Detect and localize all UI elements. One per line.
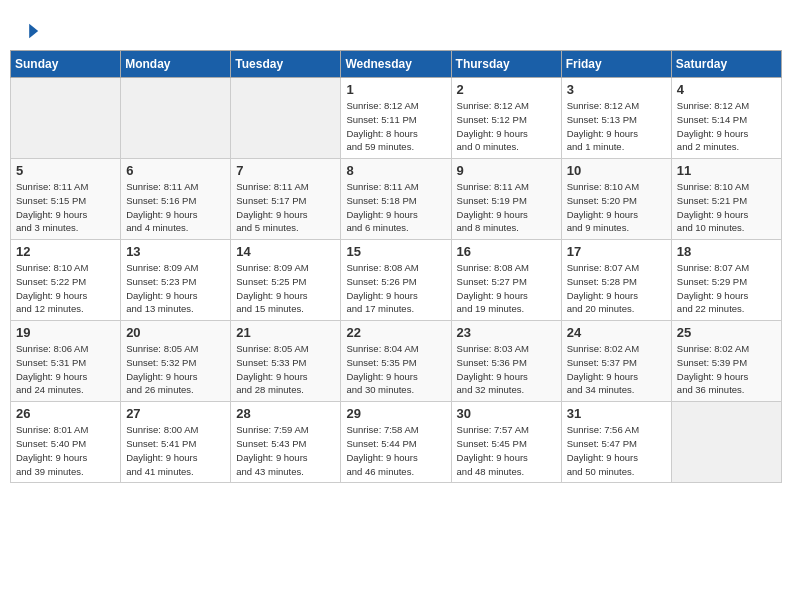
calendar-cell: 12Sunrise: 8:10 AMSunset: 5:22 PMDayligh… — [11, 240, 121, 321]
day-info: Sunrise: 8:09 AMSunset: 5:23 PMDaylight:… — [126, 261, 225, 316]
day-info: Sunrise: 8:11 AMSunset: 5:15 PMDaylight:… — [16, 180, 115, 235]
day-info: Sunrise: 8:01 AMSunset: 5:40 PMDaylight:… — [16, 423, 115, 478]
calendar-cell: 22Sunrise: 8:04 AMSunset: 5:35 PMDayligh… — [341, 321, 451, 402]
day-number: 24 — [567, 325, 666, 340]
day-number: 26 — [16, 406, 115, 421]
calendar-header-row: SundayMondayTuesdayWednesdayThursdayFrid… — [11, 51, 782, 78]
day-info: Sunrise: 7:59 AMSunset: 5:43 PMDaylight:… — [236, 423, 335, 478]
day-number: 17 — [567, 244, 666, 259]
calendar-cell: 16Sunrise: 8:08 AMSunset: 5:27 PMDayligh… — [451, 240, 561, 321]
day-info: Sunrise: 8:02 AMSunset: 5:37 PMDaylight:… — [567, 342, 666, 397]
calendar-cell — [121, 78, 231, 159]
day-info: Sunrise: 8:11 AMSunset: 5:17 PMDaylight:… — [236, 180, 335, 235]
calendar-week-row: 19Sunrise: 8:06 AMSunset: 5:31 PMDayligh… — [11, 321, 782, 402]
calendar-week-row: 1Sunrise: 8:12 AMSunset: 5:11 PMDaylight… — [11, 78, 782, 159]
day-info: Sunrise: 8:11 AMSunset: 5:16 PMDaylight:… — [126, 180, 225, 235]
day-info: Sunrise: 8:06 AMSunset: 5:31 PMDaylight:… — [16, 342, 115, 397]
calendar-cell: 7Sunrise: 8:11 AMSunset: 5:17 PMDaylight… — [231, 159, 341, 240]
calendar-cell: 5Sunrise: 8:11 AMSunset: 5:15 PMDaylight… — [11, 159, 121, 240]
day-number: 25 — [677, 325, 776, 340]
calendar-cell: 11Sunrise: 8:10 AMSunset: 5:21 PMDayligh… — [671, 159, 781, 240]
calendar-cell: 29Sunrise: 7:58 AMSunset: 5:44 PMDayligh… — [341, 402, 451, 483]
calendar-cell — [671, 402, 781, 483]
day-of-week-header: Saturday — [671, 51, 781, 78]
day-info: Sunrise: 8:10 AMSunset: 5:21 PMDaylight:… — [677, 180, 776, 235]
calendar-cell: 14Sunrise: 8:09 AMSunset: 5:25 PMDayligh… — [231, 240, 341, 321]
day-number: 21 — [236, 325, 335, 340]
day-of-week-header: Monday — [121, 51, 231, 78]
day-number: 14 — [236, 244, 335, 259]
day-number: 15 — [346, 244, 445, 259]
day-number: 6 — [126, 163, 225, 178]
page-header — [10, 10, 782, 45]
logo-icon — [22, 22, 40, 40]
calendar-cell: 18Sunrise: 8:07 AMSunset: 5:29 PMDayligh… — [671, 240, 781, 321]
day-number: 10 — [567, 163, 666, 178]
day-info: Sunrise: 7:56 AMSunset: 5:47 PMDaylight:… — [567, 423, 666, 478]
calendar-cell: 28Sunrise: 7:59 AMSunset: 5:43 PMDayligh… — [231, 402, 341, 483]
day-number: 20 — [126, 325, 225, 340]
day-number: 1 — [346, 82, 445, 97]
day-number: 11 — [677, 163, 776, 178]
day-number: 3 — [567, 82, 666, 97]
day-info: Sunrise: 8:08 AMSunset: 5:26 PMDaylight:… — [346, 261, 445, 316]
day-number: 27 — [126, 406, 225, 421]
day-number: 4 — [677, 82, 776, 97]
calendar-cell: 9Sunrise: 8:11 AMSunset: 5:19 PMDaylight… — [451, 159, 561, 240]
calendar-cell — [231, 78, 341, 159]
calendar-cell: 1Sunrise: 8:12 AMSunset: 5:11 PMDaylight… — [341, 78, 451, 159]
calendar-cell: 20Sunrise: 8:05 AMSunset: 5:32 PMDayligh… — [121, 321, 231, 402]
svg-marker-0 — [29, 24, 38, 38]
day-number: 5 — [16, 163, 115, 178]
calendar-cell: 24Sunrise: 8:02 AMSunset: 5:37 PMDayligh… — [561, 321, 671, 402]
calendar-cell — [11, 78, 121, 159]
day-number: 8 — [346, 163, 445, 178]
day-info: Sunrise: 8:12 AMSunset: 5:11 PMDaylight:… — [346, 99, 445, 154]
calendar-cell: 13Sunrise: 8:09 AMSunset: 5:23 PMDayligh… — [121, 240, 231, 321]
calendar-cell: 3Sunrise: 8:12 AMSunset: 5:13 PMDaylight… — [561, 78, 671, 159]
day-info: Sunrise: 8:08 AMSunset: 5:27 PMDaylight:… — [457, 261, 556, 316]
day-number: 29 — [346, 406, 445, 421]
day-info: Sunrise: 8:12 AMSunset: 5:13 PMDaylight:… — [567, 99, 666, 154]
day-info: Sunrise: 7:58 AMSunset: 5:44 PMDaylight:… — [346, 423, 445, 478]
day-info: Sunrise: 8:05 AMSunset: 5:32 PMDaylight:… — [126, 342, 225, 397]
calendar-cell: 10Sunrise: 8:10 AMSunset: 5:20 PMDayligh… — [561, 159, 671, 240]
day-info: Sunrise: 8:00 AMSunset: 5:41 PMDaylight:… — [126, 423, 225, 478]
calendar-week-row: 12Sunrise: 8:10 AMSunset: 5:22 PMDayligh… — [11, 240, 782, 321]
day-info: Sunrise: 8:09 AMSunset: 5:25 PMDaylight:… — [236, 261, 335, 316]
day-of-week-header: Tuesday — [231, 51, 341, 78]
calendar-cell: 31Sunrise: 7:56 AMSunset: 5:47 PMDayligh… — [561, 402, 671, 483]
calendar-cell: 2Sunrise: 8:12 AMSunset: 5:12 PMDaylight… — [451, 78, 561, 159]
logo — [20, 20, 40, 40]
day-info: Sunrise: 8:05 AMSunset: 5:33 PMDaylight:… — [236, 342, 335, 397]
day-info: Sunrise: 8:02 AMSunset: 5:39 PMDaylight:… — [677, 342, 776, 397]
day-number: 2 — [457, 82, 556, 97]
day-info: Sunrise: 8:04 AMSunset: 5:35 PMDaylight:… — [346, 342, 445, 397]
calendar-cell: 27Sunrise: 8:00 AMSunset: 5:41 PMDayligh… — [121, 402, 231, 483]
day-number: 13 — [126, 244, 225, 259]
day-info: Sunrise: 7:57 AMSunset: 5:45 PMDaylight:… — [457, 423, 556, 478]
day-of-week-header: Friday — [561, 51, 671, 78]
day-number: 22 — [346, 325, 445, 340]
day-info: Sunrise: 8:11 AMSunset: 5:19 PMDaylight:… — [457, 180, 556, 235]
calendar-cell: 6Sunrise: 8:11 AMSunset: 5:16 PMDaylight… — [121, 159, 231, 240]
day-number: 12 — [16, 244, 115, 259]
calendar-cell: 23Sunrise: 8:03 AMSunset: 5:36 PMDayligh… — [451, 321, 561, 402]
day-of-week-header: Thursday — [451, 51, 561, 78]
day-info: Sunrise: 8:11 AMSunset: 5:18 PMDaylight:… — [346, 180, 445, 235]
calendar-cell: 8Sunrise: 8:11 AMSunset: 5:18 PMDaylight… — [341, 159, 451, 240]
calendar-cell: 30Sunrise: 7:57 AMSunset: 5:45 PMDayligh… — [451, 402, 561, 483]
day-info: Sunrise: 8:12 AMSunset: 5:12 PMDaylight:… — [457, 99, 556, 154]
day-of-week-header: Sunday — [11, 51, 121, 78]
calendar-cell: 19Sunrise: 8:06 AMSunset: 5:31 PMDayligh… — [11, 321, 121, 402]
day-of-week-header: Wednesday — [341, 51, 451, 78]
day-info: Sunrise: 8:07 AMSunset: 5:29 PMDaylight:… — [677, 261, 776, 316]
day-number: 19 — [16, 325, 115, 340]
day-info: Sunrise: 8:10 AMSunset: 5:22 PMDaylight:… — [16, 261, 115, 316]
day-info: Sunrise: 8:12 AMSunset: 5:14 PMDaylight:… — [677, 99, 776, 154]
calendar-cell: 4Sunrise: 8:12 AMSunset: 5:14 PMDaylight… — [671, 78, 781, 159]
day-number: 23 — [457, 325, 556, 340]
day-number: 31 — [567, 406, 666, 421]
day-number: 18 — [677, 244, 776, 259]
day-info: Sunrise: 8:07 AMSunset: 5:28 PMDaylight:… — [567, 261, 666, 316]
